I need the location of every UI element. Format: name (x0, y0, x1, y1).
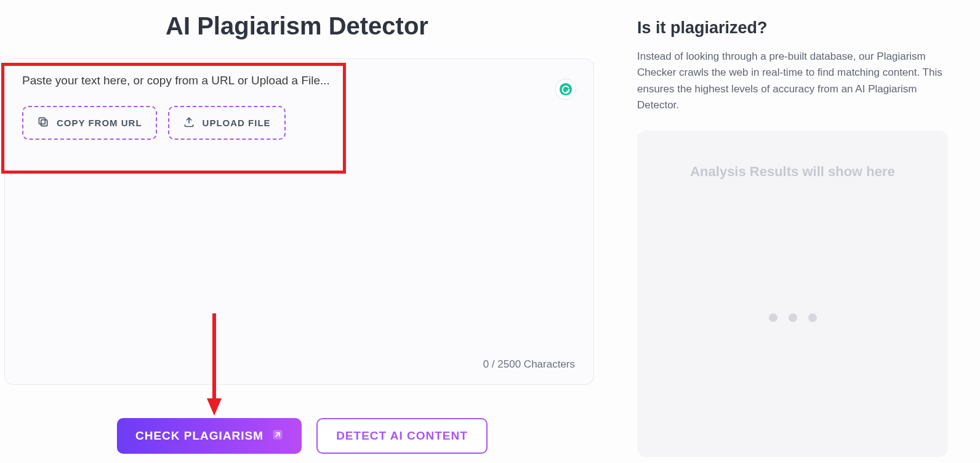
upload-file-label: UPLOAD FILE (203, 118, 271, 128)
character-counter: 0 / 2500 Characters (483, 358, 575, 371)
text-input-card[interactable]: Paste your text here, or copy from a URL… (4, 58, 594, 385)
sidebar-title: Is it plagiarized? (637, 18, 948, 38)
dot-icon (789, 313, 797, 322)
upload-actions-row: COPY FROM URL UPLOAD FILE (22, 106, 576, 140)
page-title: AI Plagiarism Detector (0, 12, 594, 40)
dot-icon (808, 313, 817, 322)
results-card: Analysis Results will show here (637, 131, 948, 457)
copy-icon (37, 116, 49, 130)
svg-rect-1 (39, 118, 45, 124)
dot-icon (769, 313, 777, 322)
results-placeholder: Analysis Results will show here (649, 164, 936, 180)
copy-from-url-button[interactable]: COPY FROM URL (22, 106, 157, 140)
upload-icon (183, 116, 195, 130)
cta-row: CHECK PLAGIARISM DETECT AI CONTENT (117, 418, 594, 454)
svg-marker-4 (207, 398, 222, 416)
svg-rect-0 (41, 120, 47, 126)
check-plagiarism-label: CHECK PLAGIARISM (135, 429, 263, 443)
detect-ai-label: DETECT AI CONTENT (336, 429, 468, 443)
detect-ai-content-button[interactable]: DETECT AI CONTENT (316, 418, 488, 454)
check-plagiarism-button[interactable]: CHECK PLAGIARISM (117, 418, 302, 454)
loading-dots (769, 313, 817, 322)
upload-file-button[interactable]: UPLOAD FILE (168, 106, 286, 140)
grammarly-icon[interactable] (555, 79, 576, 100)
input-placeholder: Paste your text here, or copy from a URL… (22, 74, 576, 87)
sidebar-description: Instead of looking through a pre-built d… (637, 49, 948, 113)
arrow-up-right-icon (272, 429, 283, 443)
copy-from-url-label: COPY FROM URL (57, 118, 142, 128)
